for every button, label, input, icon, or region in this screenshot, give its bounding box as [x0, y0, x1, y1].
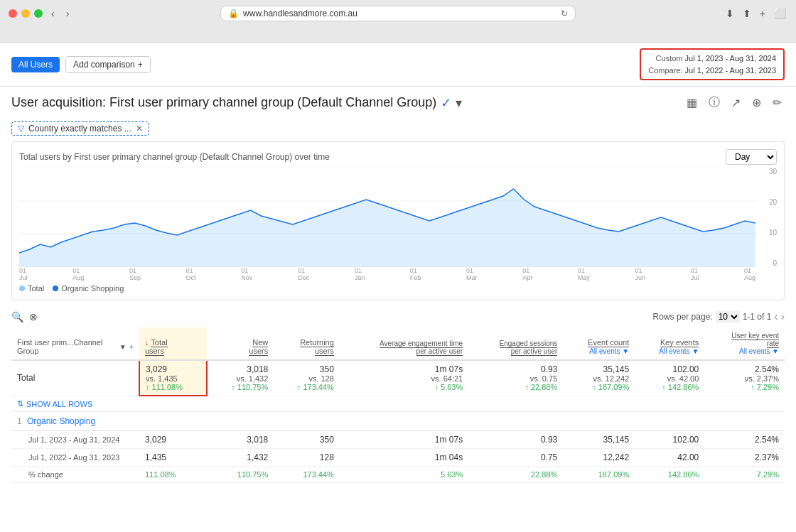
- total-user-key-event-rate: 2.54% vs. 2.37% ↑ 7.29%: [704, 360, 785, 396]
- share-icon[interactable]: ⬆: [741, 6, 753, 21]
- compare-icon[interactable]: ⊕: [749, 93, 764, 112]
- filter-remove-button[interactable]: ✕: [136, 124, 143, 134]
- forward-button[interactable]: ›: [63, 6, 72, 21]
- url-text: www.handlesandmore.com.au: [243, 9, 357, 18]
- verified-icon: ✓: [441, 95, 451, 111]
- minimize-button[interactable]: [21, 9, 30, 18]
- search-box: 🔍 ⊗: [11, 311, 38, 322]
- pct-change-returning-users: 173.44%: [274, 467, 340, 483]
- chart-y-labels: 30 20 10 0: [759, 168, 777, 267]
- period2-engaged-sessions: 0.75: [468, 449, 563, 467]
- table-toolbar: 🔍 ⊗ Rows per page: 10 25 50 1-1 of 1 ‹ ›: [11, 306, 785, 327]
- col-header-channel[interactable]: First user prim...Channel Group ▼ +: [11, 327, 139, 360]
- maximize-button[interactable]: [34, 9, 43, 18]
- data-row-period2: Jul 1, 2022 - Aug 31, 2023 1,435 1,432 1…: [11, 449, 785, 467]
- pct-change-event-count: 187.09%: [563, 467, 635, 483]
- date-range-box[interactable]: Custom Jul 1, 2023 - Aug 31, 2024 Compar…: [640, 48, 785, 80]
- analytics-page: All Users Add comparison + Custom Jul 1,…: [0, 43, 796, 532]
- rows-per-page: Rows per page: 10 25 50 1-1 of 1 ‹ ›: [653, 310, 785, 323]
- dropdown-icon[interactable]: ▾: [456, 95, 462, 111]
- address-bar[interactable]: 🔒 www.handlesandmore.com.au ↻: [220, 6, 576, 21]
- legend-organic-dot: [53, 286, 58, 291]
- chart-type-icon[interactable]: ▦: [684, 93, 700, 112]
- col-header-avg-engagement: Average engagement timeper active user: [340, 327, 468, 360]
- col-header-returning-users: Returningusers: [274, 327, 340, 360]
- sidebar-icon[interactable]: ⬜: [773, 6, 787, 21]
- top-toolbar: All Users Add comparison + Custom Jul 1,…: [0, 43, 796, 87]
- col-header-engaged-sessions: Engaged sessionsper active user: [468, 327, 563, 360]
- pct-change-label: % change: [11, 467, 139, 483]
- sort-down-icon[interactable]: ▼: [119, 343, 127, 351]
- legend-total-dot: [19, 286, 25, 291]
- show-all-rows-row: ⇅ SHOW ALL ROWS: [11, 396, 785, 412]
- period1-engaged-sessions: 0.93: [468, 431, 563, 449]
- col-header-total-users: ↓ Totalusers: [139, 327, 207, 360]
- chart-title: Total users by First user primary channe…: [19, 152, 330, 162]
- col-header-key-events: Key events All events ▼: [635, 327, 704, 360]
- all-users-button[interactable]: All Users: [11, 57, 60, 72]
- pct-change-avg-engagement: 5.63%: [340, 467, 468, 483]
- period1-new-users: 3,018: [207, 431, 274, 449]
- pagination-info: 1-1 of 1: [743, 312, 772, 322]
- period2-total-users: 1,435: [139, 449, 207, 467]
- clear-search-icon[interactable]: ⊗: [29, 311, 38, 322]
- filter-bar: ▽ Country exactly matches ... ✕: [0, 119, 796, 141]
- reload-icon[interactable]: ↻: [561, 9, 568, 18]
- pct-change-engaged-sessions: 22.88%: [468, 467, 563, 483]
- total-row: Total 3,029 vs. 1,435 ↑ 111.08% 3,018 vs…: [11, 360, 785, 396]
- download-icon[interactable]: ⬇: [724, 6, 736, 21]
- total-event-count: 35,145 vs. 12,242 ↑ 187.09%: [563, 360, 635, 396]
- info-icon[interactable]: ⓘ: [706, 92, 723, 113]
- chart-svg: [19, 168, 755, 267]
- pct-change-user-key-event-rate: 7.29%: [704, 467, 785, 483]
- period2-event-count: 12,242: [563, 449, 635, 467]
- legend-total: Total: [19, 284, 44, 293]
- period2-user-key-event-rate: 2.37%: [704, 449, 785, 467]
- period2-key-events: 42.00: [635, 449, 704, 467]
- period2-avg-engagement: 1m 04s: [340, 449, 468, 467]
- period2-new-users: 1,432: [207, 449, 274, 467]
- edit-icon[interactable]: ✏: [770, 93, 785, 112]
- chart-legend: Total Organic Shopping: [19, 284, 777, 293]
- period1-user-key-event-rate: 2.54%: [704, 431, 785, 449]
- search-icon[interactable]: 🔍: [11, 311, 23, 322]
- period2-returning-users: 128: [274, 449, 340, 467]
- page-title: User acquisition: First user primary cha…: [11, 95, 462, 111]
- title-actions: ▦ ⓘ ↗ ⊕ ✏: [684, 92, 785, 113]
- prev-page-button[interactable]: ‹: [774, 310, 778, 323]
- add-col-icon[interactable]: +: [129, 342, 134, 351]
- pct-change-total-users: 111.08%: [139, 467, 207, 483]
- col-header-user-key-event-rate: User key eventrate All events ▼: [704, 327, 785, 360]
- data-table: First user prim...Channel Group ▼ + ↓ To…: [11, 327, 785, 483]
- new-tab-icon[interactable]: +: [758, 6, 767, 21]
- total-engaged-sessions: 0.93 vs. 0.75 ↑ 22.88%: [468, 360, 563, 396]
- channel-organic-shopping: 1 Organic Shopping: [11, 412, 785, 431]
- next-page-button[interactable]: ›: [781, 310, 785, 323]
- total-returning-users: 350 vs. 128 ↑ 173.44%: [274, 360, 340, 396]
- total-total-users: 3,029 vs. 1,435 ↑ 111.08%: [139, 360, 207, 396]
- filter-chip: ▽ Country exactly matches ... ✕: [11, 121, 149, 136]
- legend-organic-shopping: Organic Shopping: [53, 284, 124, 293]
- period1-total-users: 3,029: [139, 431, 207, 449]
- period1-avg-engagement: 1m 07s: [340, 431, 468, 449]
- chart-period-select[interactable]: Day Week Month: [726, 149, 777, 165]
- close-button[interactable]: [9, 9, 17, 18]
- share-icon[interactable]: ↗: [728, 93, 743, 112]
- chart-x-labels: 01Jul 01Aug 01Sep 01Oct 01Nov 01Dec 01Ja…: [19, 267, 755, 281]
- back-button[interactable]: ‹: [48, 6, 58, 21]
- show-all-rows-button[interactable]: ⇅ SHOW ALL ROWS: [17, 398, 779, 410]
- page-title-row: User acquisition: First user primary cha…: [0, 87, 796, 119]
- browser-actions: ⬇ ⬆ + ⬜: [724, 6, 787, 21]
- expand-icon: ⇅: [17, 399, 23, 408]
- sort-desc-icon: ↓: [145, 338, 149, 347]
- period1-key-events: 102.00: [635, 431, 704, 449]
- period2-label: Jul 1, 2022 - Aug 31, 2023: [11, 449, 139, 467]
- channel-name-organic-shopping[interactable]: Organic Shopping: [27, 416, 95, 426]
- lock-icon: 🔒: [228, 9, 239, 18]
- filter-icon: ▽: [18, 124, 24, 134]
- pct-change-new-users: 110.75%: [207, 467, 274, 483]
- rows-per-page-select[interactable]: 10 25 50: [716, 311, 740, 322]
- total-new-users: 3,018 vs. 1,432 ↑ 110.75%: [207, 360, 274, 396]
- add-comparison-button[interactable]: Add comparison +: [65, 56, 151, 73]
- table-section: 🔍 ⊗ Rows per page: 10 25 50 1-1 of 1 ‹ ›: [11, 306, 785, 532]
